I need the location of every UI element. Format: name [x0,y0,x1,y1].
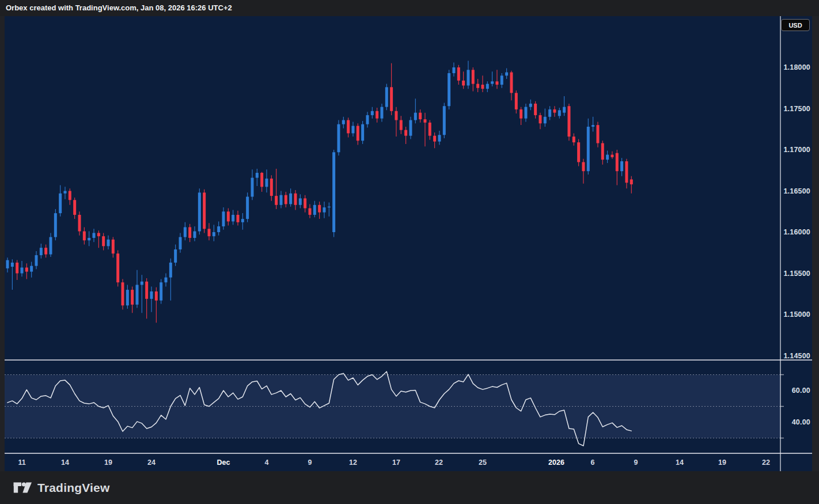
candle [318,202,321,219]
candle [337,120,340,156]
candle [73,198,76,219]
price-axis-label: 1.16500 [780,187,810,196]
time-axis-label: 6 [577,454,609,471]
candle [40,244,43,259]
candle [429,120,431,140]
brand-name[interactable]: TradingView [37,481,110,495]
candle [529,100,532,111]
candle [174,244,177,266]
price-axis-label: 1.16000 [780,228,810,237]
candle [169,259,172,301]
candle [582,159,585,184]
candle [361,121,364,144]
candle [601,141,604,164]
candle [457,65,460,85]
candle [357,123,359,145]
time-axis-label: 22 [750,454,782,471]
time-axis-label: Dec [207,454,240,471]
time-axis-label: 25 [467,454,499,471]
candle [452,62,455,76]
candle [419,109,422,123]
time-axis-label: 12 [337,454,369,471]
candle [486,81,489,92]
time-axis-label: 2026 [540,454,572,471]
candle [285,192,287,207]
chart-panel[interactable]: USD 1.180001.175001.170001.165001.160001… [5,16,812,471]
candle [207,223,210,240]
candle [630,176,633,194]
candle [160,279,162,304]
candle [611,151,613,159]
candle [78,211,81,235]
candle [97,230,100,248]
rsi-axis-label: 40.00 [780,418,810,427]
candle [304,195,306,213]
candle [88,232,90,247]
candle [20,261,23,276]
candle [414,98,417,123]
candle [587,119,590,175]
candle [44,244,47,257]
candle [462,71,465,89]
candle [275,169,278,209]
time-axis-label: 4 [251,454,283,471]
candle [481,75,484,92]
footer-bar: TradingView [0,471,819,504]
candle [35,251,37,269]
candle [376,108,378,123]
candle [308,204,311,218]
candle [213,225,215,241]
candle [16,260,18,280]
candle [400,116,403,134]
candle [596,122,599,147]
candle [236,211,239,226]
candle [548,106,551,120]
price-axis-label: 1.15500 [780,269,810,278]
candle [534,101,537,119]
price-axis-label: 1.14500 [780,351,810,361]
price-axis-label: 1.15000 [780,310,810,319]
candle [592,117,594,132]
time-axis-label: 9 [294,454,326,471]
candle [476,79,479,92]
candle [443,103,446,138]
tradingview-logo-icon[interactable] [13,480,32,495]
candle [241,213,244,230]
candle [380,104,383,122]
candle [577,139,580,166]
currency-toggle-button[interactable]: USD [781,19,810,31]
candle [299,194,302,208]
candle [289,188,292,206]
candle [342,117,345,128]
candle [59,185,62,216]
time-axis[interactable]: 11141924Dec4912172225202669141922 [5,454,812,471]
candle [620,158,623,176]
time-axis-label: 11 [6,454,38,471]
candle [164,274,167,287]
candle [145,278,148,319]
candle [347,118,350,137]
candle [558,108,561,119]
attribution-text: Orbex created with TradingView.com, Jan … [6,3,232,12]
candle [270,175,273,200]
candle [54,209,57,240]
candle [63,187,66,199]
candle [30,262,33,277]
candle [251,169,253,200]
time-axis-label: 17 [380,454,412,471]
candle [107,236,109,249]
candlestick-rsi-chart[interactable] [5,16,812,471]
candle [510,71,513,100]
candle [520,107,522,125]
time-axis-label: 24 [135,454,168,471]
candle [385,84,388,111]
candle [448,70,450,109]
candle [141,275,143,313]
price-axis-label: 1.17500 [780,104,810,113]
candle [11,259,14,290]
candle [222,207,225,230]
candle [279,191,282,209]
candle [433,132,436,148]
time-axis-label: 14 [663,454,696,471]
candle [313,201,316,218]
